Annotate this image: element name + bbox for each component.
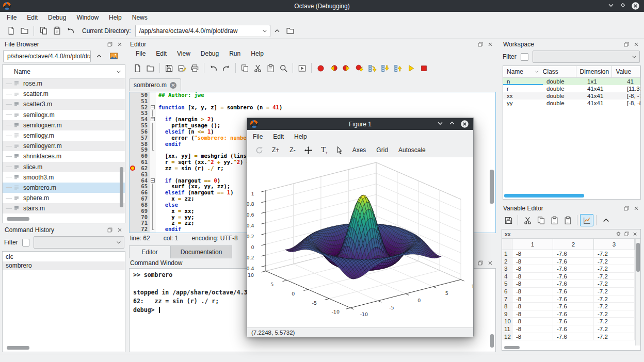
paste-button[interactable] bbox=[561, 214, 574, 226]
file-row[interactable]: rose.m bbox=[3, 78, 125, 89]
marker-margin[interactable] bbox=[130, 159, 136, 166]
marker-margin[interactable] bbox=[130, 172, 136, 178]
rotate-button[interactable] bbox=[252, 144, 266, 156]
cell[interactable]: -7.6 bbox=[553, 325, 594, 333]
menu-item-file[interactable]: File bbox=[248, 131, 268, 142]
close-panel-icon[interactable] bbox=[632, 231, 638, 237]
float-panel-icon[interactable] bbox=[623, 41, 630, 47]
one-directory-up-button[interactable] bbox=[93, 50, 105, 62]
row-number[interactable]: 9 bbox=[502, 310, 512, 318]
file-browser-path-combo[interactable]: p/share/octave/4.4.0/m/plot/draw bbox=[3, 50, 91, 62]
tab-editor[interactable]: Editor bbox=[129, 245, 170, 258]
variable-row[interactable]: rdouble41x41[11.314 bbox=[503, 85, 640, 92]
menu-item-file[interactable]: File bbox=[131, 48, 151, 59]
marker-margin[interactable] bbox=[130, 110, 136, 117]
run-widget-button[interactable] bbox=[296, 62, 309, 74]
cut-button[interactable] bbox=[521, 214, 534, 226]
cell[interactable]: -8 bbox=[512, 303, 553, 310]
menu-item-help[interactable]: Help bbox=[289, 131, 313, 142]
chev-up-button[interactable] bbox=[599, 214, 613, 226]
fold-margin[interactable] bbox=[150, 190, 156, 196]
row-number[interactable]: 5 bbox=[502, 280, 512, 287]
variable-row[interactable]: xxdouble41x41[-8, -7.6 bbox=[503, 92, 640, 100]
paste-button[interactable] bbox=[264, 62, 277, 74]
maximize-icon[interactable] bbox=[619, 2, 626, 9]
row-number[interactable]: 2 bbox=[502, 258, 512, 265]
cell[interactable]: -7.2 bbox=[594, 273, 635, 280]
cell[interactable]: -8 bbox=[512, 250, 553, 257]
menu-item-run[interactable]: Run bbox=[224, 48, 246, 59]
copy-button[interactable] bbox=[37, 25, 50, 37]
cell[interactable]: -8 bbox=[512, 280, 553, 287]
menu-item-help[interactable]: Help bbox=[104, 12, 127, 23]
close-panel-icon[interactable] bbox=[117, 227, 123, 233]
file-row[interactable]: semilogyerr.m bbox=[3, 141, 125, 151]
browse-directory-button[interactable] bbox=[284, 25, 297, 37]
cell[interactable]: -7.6 bbox=[553, 250, 594, 257]
marker-margin[interactable] bbox=[130, 202, 136, 208]
column-header-value[interactable]: Value bbox=[612, 66, 640, 77]
menu-item-view[interactable]: View bbox=[172, 48, 196, 59]
file-row[interactable]: scatter.m bbox=[3, 89, 125, 99]
fold-collapse-icon[interactable]: – bbox=[151, 178, 155, 183]
close-panel-icon[interactable] bbox=[117, 41, 123, 47]
cell[interactable]: -8 bbox=[512, 258, 553, 265]
file-row[interactable]: sphere.m bbox=[3, 193, 125, 203]
menu-item-debug[interactable]: Debug bbox=[196, 48, 224, 59]
cell[interactable]: -7.2 bbox=[594, 250, 635, 257]
cell[interactable]: -7.6 bbox=[553, 318, 594, 325]
code-line[interactable]: 51 bbox=[130, 98, 495, 105]
cell[interactable]: -7.6 bbox=[553, 273, 594, 280]
cell[interactable]: -7.6 bbox=[553, 258, 594, 265]
new-doc-button[interactable] bbox=[4, 25, 18, 37]
fold-margin[interactable] bbox=[150, 208, 156, 215]
cell[interactable]: -7.2 bbox=[594, 258, 635, 265]
menu-item-debug[interactable]: Debug bbox=[43, 12, 72, 23]
copy-button[interactable] bbox=[238, 62, 251, 74]
cell[interactable]: -7.2 bbox=[594, 303, 635, 310]
tab-sombrero[interactable]: sombrero.m ✕ bbox=[129, 78, 181, 91]
history-item[interactable]: clc bbox=[3, 253, 125, 261]
fold-margin[interactable] bbox=[150, 226, 156, 233]
cell[interactable]: -7.2 bbox=[594, 280, 635, 287]
text-tool-button[interactable]: T+ bbox=[317, 144, 331, 156]
float-panel-icon[interactable] bbox=[107, 41, 113, 47]
fold-margin[interactable] bbox=[150, 202, 156, 208]
cell[interactable]: -8 bbox=[512, 288, 553, 295]
figure-titlebar[interactable]: Figure 1 bbox=[247, 118, 473, 130]
fold-margin[interactable]: – bbox=[150, 178, 156, 184]
close-panel-icon[interactable] bbox=[633, 205, 639, 211]
cell[interactable]: -8 bbox=[512, 318, 553, 325]
file-row[interactable]: semilogxerr.m bbox=[3, 120, 125, 130]
column-header[interactable]: 1 bbox=[512, 239, 553, 250]
minimize-icon[interactable] bbox=[607, 2, 615, 9]
file-row[interactable]: scatter3.m bbox=[3, 99, 125, 109]
marker-margin[interactable] bbox=[130, 153, 136, 159]
tool-z[interactable]: Z+ bbox=[268, 145, 283, 155]
code-line[interactable]: 53 bbox=[130, 110, 495, 117]
tool-axes[interactable]: Axes bbox=[348, 145, 371, 155]
marker-margin[interactable] bbox=[130, 196, 136, 202]
new-doc-button[interactable] bbox=[131, 62, 144, 74]
plot-chart-button[interactable] bbox=[580, 214, 593, 226]
row-number[interactable]: 12 bbox=[502, 333, 512, 340]
variable-row[interactable]: ndouble1x141 bbox=[503, 78, 640, 85]
fold-collapse-icon[interactable]: – bbox=[151, 105, 155, 109]
close-panel-icon[interactable] bbox=[633, 41, 639, 47]
file-row[interactable]: semilogx.m bbox=[3, 110, 125, 120]
fold-margin[interactable] bbox=[150, 129, 156, 135]
menu-item-edit[interactable]: Edit bbox=[22, 12, 43, 23]
column-header[interactable]: 2 bbox=[553, 239, 594, 250]
maximize-icon[interactable] bbox=[448, 120, 456, 127]
fold-margin[interactable] bbox=[150, 98, 156, 105]
scrollbar-thumb[interactable] bbox=[504, 346, 520, 349]
row-number[interactable]: 11 bbox=[502, 325, 512, 333]
cell[interactable]: -8 bbox=[512, 273, 553, 280]
editor-scrollbar[interactable] bbox=[489, 92, 494, 233]
cut-button[interactable] bbox=[251, 62, 264, 74]
marker-margin[interactable] bbox=[130, 92, 136, 98]
row-number[interactable]: 7 bbox=[502, 295, 512, 303]
row-number[interactable]: 1 bbox=[502, 250, 512, 257]
cell[interactable]: -8 bbox=[512, 265, 553, 272]
cell[interactable]: -7.6 bbox=[553, 288, 594, 295]
